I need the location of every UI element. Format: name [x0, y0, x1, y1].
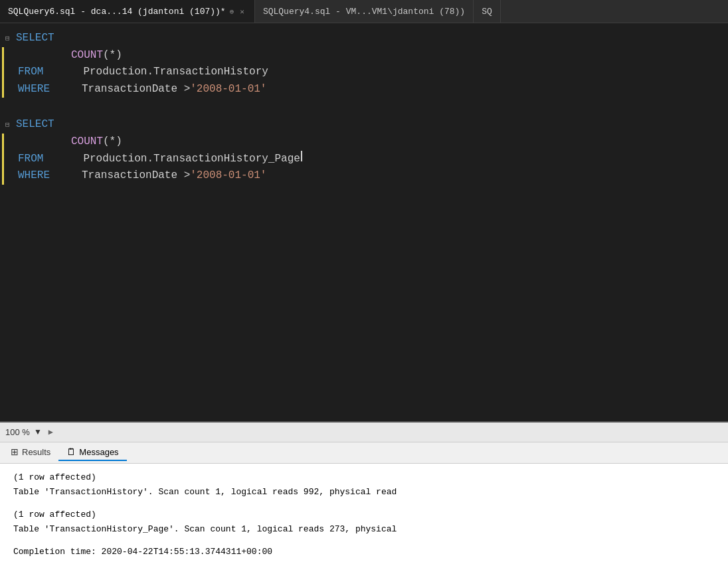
tab-sqlquery4-label: SQLQuery4.sql - VM...VM1\jdantoni (78)): [263, 7, 465, 17]
pin-icon[interactable]: ⊕: [230, 7, 234, 16]
collapse-spacer-1b: [7, 67, 18, 79]
from-keyword-1: FROM: [18, 64, 43, 81]
zoom-dropdown[interactable]: ▼: [34, 427, 42, 436]
collapse-spacer-2: [7, 137, 18, 149]
left-bar-yellow-2b: [2, 151, 7, 168]
msg-line-2: Table 'TransactionHistory'. Scan count 1…: [13, 485, 715, 500]
messages-tab-label: Messages: [79, 447, 118, 457]
results-tab-bar: ⊞ Results 🗒 Messages: [0, 442, 728, 464]
tab-sqlquery4[interactable]: SQLQuery4.sql - VM...VM1\jdantoni (78)): [255, 0, 474, 23]
msg-line-1: (1 row affected): [13, 470, 715, 485]
where-condition-2: TransactionDate >: [82, 167, 190, 185]
tab-sq[interactable]: SQ: [474, 0, 501, 23]
date-value-1: '2008-01-01': [190, 81, 266, 98]
collapse-icon-1[interactable]: ⊟: [5, 33, 16, 45]
line-count-1: COUNT(*): [0, 47, 728, 64]
collapse-spacer-2b: [7, 154, 18, 166]
count-args-1: (*): [103, 47, 122, 64]
zoom-bar: 100 % ▼ ▶: [0, 423, 728, 442]
count-args-2: (*): [103, 134, 122, 151]
line-from-1: FROM Production.TransactionHistory: [0, 64, 728, 81]
line-select-1: ⊟ SELECT: [0, 30, 728, 47]
where-keyword-2: WHERE: [18, 167, 50, 185]
line-where-1: WHERE TransactionDate > '2008-01-01': [0, 81, 728, 98]
tab-sqlquery6[interactable]: SQLQuery6.sql - dca...14 (jdantoni (107)…: [0, 0, 255, 23]
msg-line-5: Completion time: 2020-04-22T14:55:13.374…: [13, 545, 715, 559]
query-block-1: ⊟ SELECT COUNT(*) FROM Production.Transa…: [0, 30, 728, 98]
left-bar-yellow-2: [2, 134, 7, 151]
left-bar-yellow-2c: [2, 167, 7, 185]
collapse-icon-2[interactable]: ⊟: [5, 120, 16, 132]
scroll-right-arrow[interactable]: ▶: [48, 427, 53, 437]
left-bar-1: [0, 30, 5, 47]
count-keyword-1: COUNT: [71, 47, 103, 64]
tab-messages[interactable]: 🗒 Messages: [58, 444, 126, 461]
from-table-2: Production.TransactionHistory_Page: [83, 151, 300, 168]
left-bar-2: [0, 116, 5, 134]
where-condition-1: TransactionDate >: [82, 81, 190, 98]
messages-icon: 🗒: [66, 446, 76, 457]
cursor: [301, 151, 302, 161]
zoom-label: 100 %: [5, 427, 30, 437]
query-block-2: ⊟ SELECT COUNT(*) FROM Production.Transa…: [0, 116, 728, 184]
editor-area: ⊟ SELECT COUNT(*) FROM Production.Transa…: [0, 23, 728, 421]
left-bar-yellow-1: [2, 47, 7, 64]
from-table-1: Production.TransactionHistory: [83, 64, 268, 81]
msg-gap-2: [13, 537, 715, 545]
select-keyword-2: SELECT: [16, 116, 54, 134]
results-icon: ⊞: [11, 446, 19, 457]
tab-bar: SQLQuery6.sql - dca...14 (jdantoni (107)…: [0, 0, 728, 23]
line-where-2: WHERE TransactionDate > '2008-01-01': [0, 167, 728, 185]
count-keyword-2: COUNT: [71, 134, 103, 151]
collapse-spacer-2c: [7, 171, 18, 183]
tab-sqlquery6-label: SQLQuery6.sql - dca...14 (jdantoni (107)…: [8, 7, 226, 17]
line-select-2: ⊟ SELECT: [0, 116, 728, 134]
line-count-2: COUNT(*): [0, 134, 728, 151]
select-keyword-1: SELECT: [16, 30, 54, 47]
close-tab-icon[interactable]: ✕: [238, 7, 246, 17]
msg-line-4: Table 'TransactionHistory_Page'. Scan co…: [13, 522, 715, 537]
tab-sq-label: SQ: [482, 7, 492, 17]
results-tab-label: Results: [22, 447, 50, 457]
bottom-area: 100 % ▼ ▶ ⊞ Results 🗒 Messages (1 row af…: [0, 421, 728, 566]
collapse-spacer-1: [7, 50, 18, 62]
left-bar-yellow-1c: [2, 81, 7, 98]
left-bar-yellow-1b: [2, 64, 7, 81]
collapse-spacer-1c: [7, 84, 18, 96]
date-value-2: '2008-01-01': [190, 167, 266, 185]
msg-line-3: (1 row affected): [13, 508, 715, 522]
line-from-2: FROM Production.TransactionHistory_Page: [0, 151, 728, 168]
query-separator: [0, 103, 728, 116]
where-keyword-1: WHERE: [18, 81, 50, 98]
from-keyword-2: FROM: [18, 151, 43, 168]
tab-results[interactable]: ⊞ Results: [3, 444, 58, 461]
code-area[interactable]: ⊟ SELECT COUNT(*) FROM Production.Transa…: [0, 23, 728, 421]
messages-area: (1 row affected) Table 'TransactionHisto…: [0, 464, 728, 566]
msg-gap-1: [13, 500, 715, 508]
